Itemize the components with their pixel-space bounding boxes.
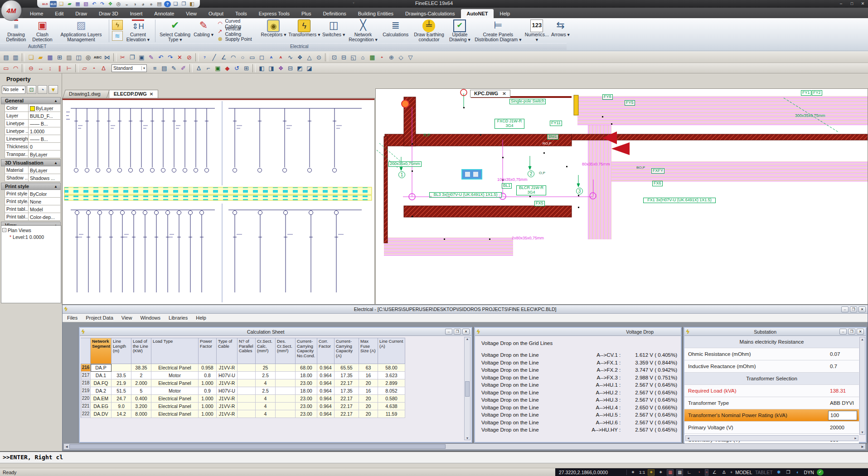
cell[interactable]: Electrical Panel xyxy=(151,403,199,410)
dyn-toggle[interactable]: DYN xyxy=(804,470,814,475)
window-control-button[interactable]: – xyxy=(837,0,845,6)
cell[interactable]: 11.59 xyxy=(378,410,405,418)
cell[interactable]: 51.5 xyxy=(112,387,131,395)
property-value[interactable]: —— B... xyxy=(29,120,60,127)
calculation-sheet-title-bar[interactable]: ϟ Calculation Sheet – ❐ ✕ xyxy=(80,328,471,336)
column-header[interactable]: Current-Carrying Capacity No.Cond. xyxy=(296,338,317,364)
toolbar-icon[interactable]: ⊖ xyxy=(27,64,35,73)
cell[interactable]: 1.000 xyxy=(199,395,217,403)
property-row[interactable]: Color ByLayer xyxy=(5,104,61,112)
toolbar-icon[interactable]: ⊟ xyxy=(339,53,348,62)
cell[interactable]: 1.000 xyxy=(199,410,217,418)
toolbar-icon[interactable]: ∆ xyxy=(99,64,108,73)
tree-node-level[interactable]: * Level:1 0.0000 xyxy=(10,233,60,240)
toolbar-icon[interactable]: ? xyxy=(200,53,209,62)
supply-lightning-icon[interactable]: ϟ xyxy=(112,20,123,30)
property-row[interactable]: Transpar... ByLayer xyxy=(5,151,61,158)
toolbar-icon[interactable]: ▭ xyxy=(248,53,257,62)
table-row[interactable]: 219 DA.2 51.5 5 Motor 0.9 H07V-U (U 2.5 … xyxy=(81,387,405,395)
ortho-icon[interactable]: ∟ xyxy=(686,469,693,476)
cell[interactable]: 20 xyxy=(359,395,378,403)
toolbar-icon[interactable] xyxy=(252,64,256,73)
property-row[interactable]: Material ByLayer xyxy=(5,166,61,174)
column-header[interactable]: Load Type xyxy=(151,338,199,364)
toolbar-icon[interactable]: ◨ xyxy=(267,64,276,73)
cell[interactable]: 14.2 xyxy=(112,410,131,418)
cell[interactable]: 4 xyxy=(256,410,276,418)
toolbar-icon[interactable]: ⋈ xyxy=(103,53,112,62)
toolbar-icon[interactable]: ↔ xyxy=(36,64,45,73)
row-number[interactable]: 216 xyxy=(81,364,91,372)
toolbar-icon[interactable]: ◠ xyxy=(11,64,20,73)
toolbar-icon[interactable]: ⊞ xyxy=(242,64,251,73)
cell[interactable]: 0.958 xyxy=(199,364,217,372)
ribbon-button[interactable]: ✔ Select Cabling Type ▾ xyxy=(158,19,192,42)
voltage-drop-title-bar[interactable]: ϟ Voltage Drop xyxy=(475,328,681,336)
scroll-right-icon[interactable]: ► xyxy=(854,437,857,440)
row-number[interactable]: 221 xyxy=(81,403,91,410)
cell[interactable]: 65.55 xyxy=(335,364,359,372)
property-value[interactable]: Model xyxy=(29,205,60,213)
cell[interactable]: 23.00 xyxy=(296,403,317,410)
quick-access-icon[interactable]: ● xyxy=(148,1,155,7)
substation-value[interactable]: ABB DYVI xyxy=(828,400,859,406)
cell[interactable]: DA.EG xyxy=(91,403,112,410)
ribbon-tab[interactable]: Building Entities xyxy=(353,9,399,18)
cell[interactable]: DA.2 xyxy=(91,387,112,395)
cell[interactable]: 16 xyxy=(359,387,378,395)
substation-row[interactable]: Primary Voltage (V) 20000 xyxy=(684,422,859,434)
toolbar-icon[interactable]: ↕ xyxy=(46,64,54,73)
ribbon-tab[interactable]: Express Tools xyxy=(253,9,295,18)
scrollbar-thumb[interactable] xyxy=(69,444,446,449)
cell[interactable]: 0.964 xyxy=(317,395,335,403)
cell[interactable]: 0.964 xyxy=(317,403,335,410)
toolbar-icon[interactable]: ∿ xyxy=(286,53,295,62)
ribbon-button[interactable]: ▣ Clash Detection xyxy=(29,19,55,42)
grid-display-icon[interactable]: ▦ xyxy=(676,469,683,476)
toolbar-icon[interactable]: ⊟ xyxy=(286,64,295,73)
toolbar-icon[interactable]: + xyxy=(378,53,386,62)
property-value[interactable]: ByLayer xyxy=(29,166,60,174)
cell[interactable]: 58.00 xyxy=(378,364,405,372)
quick-select-icon[interactable]: ◔ xyxy=(38,85,47,94)
cell[interactable]: 22.17 xyxy=(335,403,359,410)
cell[interactable]: 8.052 xyxy=(378,387,405,395)
table-row[interactable]: 221 DA.EG 9.0 3.200 Electrical Panel 1.0… xyxy=(81,403,405,410)
toolbar-icon[interactable]: ⊞ xyxy=(55,53,64,62)
quick-access-icon[interactable]: ◧ xyxy=(189,1,195,7)
cell[interactable]: J1VV-R xyxy=(217,410,238,418)
table-row[interactable]: 220 DA.EM 24.7 0.400 Electrical Panel 1.… xyxy=(81,395,405,403)
quick-access-icon[interactable]: ▰ xyxy=(66,1,73,7)
cell[interactable]: J1VV-R xyxy=(217,403,238,410)
cell[interactable] xyxy=(238,403,256,410)
substation-value[interactable]: 20000 xyxy=(828,425,859,430)
vertical-scrollbar[interactable]: ▲ ▼ xyxy=(859,337,865,435)
close-button[interactable]: ✕ xyxy=(462,329,470,335)
property-row[interactable]: Print tabl... Color-dep... xyxy=(5,213,61,221)
cell[interactable] xyxy=(238,395,256,403)
cell[interactable]: 0.580 xyxy=(378,395,405,403)
cell[interactable] xyxy=(276,387,296,395)
toolbar-icon[interactable]: ◎ xyxy=(84,53,92,62)
ribbon-tab[interactable]: Edit xyxy=(49,9,69,18)
window-control-button[interactable]: ✕ xyxy=(859,0,867,6)
scroll-down-icon[interactable]: ▼ xyxy=(466,437,469,440)
cell[interactable]: J1VV-R xyxy=(217,379,238,387)
toolbar-icon[interactable]: △ xyxy=(305,53,314,62)
toolbar-icon[interactable]: ∆ xyxy=(194,64,203,73)
drawing-tab[interactable]: ELECDP.DWG✕ xyxy=(109,90,159,98)
cell[interactable]: 22.17 xyxy=(335,410,359,418)
toolbar-icon[interactable]: ▣ xyxy=(213,64,222,73)
toolbar-icon[interactable]: ❖ xyxy=(276,64,285,73)
toolbar-icon[interactable]: ╱ xyxy=(210,53,218,62)
row-number[interactable]: 220 xyxy=(81,395,91,403)
toolbar-icon[interactable]: ≡ xyxy=(150,64,159,73)
toolbar-icon[interactable]: ▨ xyxy=(65,53,73,62)
cell[interactable] xyxy=(276,364,296,372)
toolbar-icon[interactable]: ✎ xyxy=(147,53,155,62)
substation-value[interactable]: 100 xyxy=(828,411,857,420)
cell[interactable]: 68.00 xyxy=(296,364,317,372)
cell[interactable]: 0.8 xyxy=(199,372,217,379)
cell[interactable]: 38.35 xyxy=(131,364,151,372)
cell[interactable]: J1VV-R xyxy=(217,364,238,372)
